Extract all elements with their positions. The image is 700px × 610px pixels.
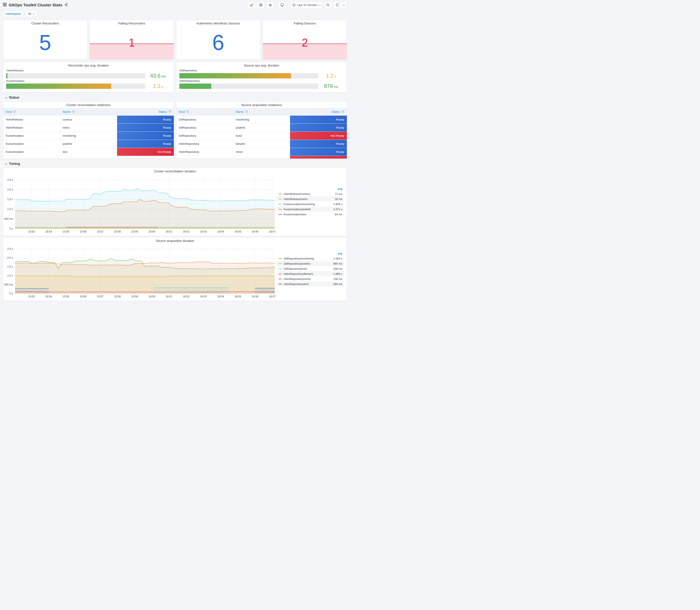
- section-header-timing[interactable]: Timing: [2, 160, 348, 167]
- svg-text:15:53: 15:53: [28, 295, 35, 298]
- legend-item[interactable]: GitRepository/podinfo980 ms: [277, 261, 344, 266]
- series-color-dash: [279, 214, 282, 215]
- dashboards-grid-icon: [3, 3, 6, 7]
- name-cell: bitnami: [233, 140, 290, 148]
- refresh-interval-dropdown[interactable]: [341, 2, 347, 8]
- settings-gear-button[interactable]: [266, 2, 274, 8]
- svg-text:16:00: 16:00: [149, 230, 155, 233]
- legend-item[interactable]: GitRepository/test2338 ms: [277, 266, 344, 271]
- legend-item[interactable]: Kustomization/monitoring1.605 s: [277, 202, 344, 207]
- variable-namespace-label[interactable]: namespace: [3, 11, 23, 17]
- filter-icon: [168, 111, 171, 113]
- kind-cell: HelmRelease: [3, 124, 60, 132]
- legend-item[interactable]: HelmRelease/minio16 ms: [277, 196, 344, 202]
- series-color-dash: [279, 209, 282, 210]
- legend-item[interactable]: Kustomization/test84 ms: [277, 212, 344, 217]
- legend-item[interactable]: GitRepository/monitoring1.594 s: [277, 256, 344, 261]
- legend-item[interactable]: HelmRepository/bitnami1.695 s: [277, 271, 344, 276]
- name-cell: monitoring: [60, 132, 117, 140]
- column-header-kind[interactable]: Kind: [3, 108, 60, 116]
- gauge-row-label: Kustomization: [6, 79, 171, 82]
- svg-text:0 s: 0 s: [9, 292, 13, 295]
- table-row: HelmRepositorybitnamiReady: [176, 140, 347, 148]
- name-cell: monitoring: [233, 116, 290, 124]
- kind-cell: Kustomization: [3, 140, 60, 148]
- chevron-down-icon: [33, 13, 34, 14]
- kind-cell: GitRepository: [176, 116, 233, 124]
- gauge-track: [179, 83, 319, 89]
- variable-namespace-value-dropdown[interactable]: All: [25, 11, 37, 17]
- svg-text:16:05: 16:05: [234, 295, 241, 298]
- panel-title: Cluster reconciliation duration: [3, 168, 347, 174]
- kind-cell: HelmRepository: [176, 140, 233, 148]
- chart-plot: 15:5315:5415:5515:5615:5715:5815:5916:00…: [3, 174, 277, 234]
- panel-title: Kubernetes Manifests Sources: [176, 20, 260, 26]
- column-header-status[interactable]: Status: [290, 108, 347, 116]
- panel-title: Failing Reconcilers: [90, 20, 174, 26]
- status-cell: Ready: [290, 140, 347, 148]
- stat-panel: Kubernetes Manifests Sources6: [176, 20, 261, 60]
- status-cell: Not Ready: [290, 132, 347, 140]
- filter-icon: [186, 111, 189, 113]
- chart-legend: avgHelmRelease/contour71 msHelmRelease/m…: [277, 187, 344, 217]
- save-dashboard-button[interactable]: [257, 2, 265, 8]
- svg-text:16:06: 16:06: [251, 295, 258, 298]
- legend-item[interactable]: HelmRelease/contour71 ms: [277, 191, 344, 196]
- time-range-picker[interactable]: Last 15 minutes: [290, 2, 322, 8]
- series-color-dash: [279, 263, 282, 264]
- table-row: KustomizationmonitoringReady: [3, 132, 174, 140]
- add-panel-button[interactable]: [248, 2, 256, 8]
- svg-text:16:04: 16:04: [217, 295, 224, 298]
- kind-cell: HelmRelease: [3, 116, 60, 124]
- bargauge-panel: Reconciler ops avg. durationHelmRelease4…: [3, 62, 174, 93]
- chevron-down-icon: [343, 3, 345, 6]
- name-cell: contour: [60, 116, 117, 124]
- status-cell: Ready: [117, 116, 174, 124]
- column-header-kind[interactable]: Kind: [176, 108, 233, 116]
- name-cell: minio: [233, 148, 290, 156]
- gauge-track: [6, 73, 145, 78]
- legend-item[interactable]: HelmRepository/test289 ms: [277, 282, 344, 287]
- kind-cell: Kustomization: [3, 148, 60, 156]
- svg-text:2.0 s: 2.0 s: [7, 256, 13, 259]
- column-header-name[interactable]: Name: [60, 108, 117, 116]
- svg-text:15:55: 15:55: [63, 230, 69, 233]
- svg-text:16:07: 16:07: [269, 230, 275, 233]
- filter-icon: [13, 111, 16, 113]
- series-color-dash: [279, 284, 282, 284]
- status-cell: Ready: [290, 116, 347, 124]
- kind-cell: Kustomization: [3, 132, 60, 140]
- column-header-name[interactable]: Name: [233, 108, 290, 116]
- filter-icon: [342, 111, 344, 113]
- svg-text:15:56: 15:56: [80, 295, 86, 298]
- svg-text:1.0 s: 1.0 s: [7, 208, 13, 211]
- kind-cell: HelmRepository: [176, 156, 233, 159]
- section-header-status[interactable]: Status: [2, 94, 348, 100]
- legend-item[interactable]: Kustomization/podinfo1.071 s: [277, 207, 344, 212]
- svg-text:15:57: 15:57: [97, 230, 103, 233]
- series-color-dash: [279, 194, 282, 194]
- svg-text:15:57: 15:57: [97, 295, 103, 298]
- tv-kiosk-button[interactable]: [278, 2, 286, 8]
- svg-text:16:01: 16:01: [166, 295, 172, 298]
- charts-column: Cluster reconciliation duration15:5315:5…: [2, 168, 348, 301]
- svg-text:500 ms: 500 ms: [4, 218, 13, 220]
- svg-text:0 s: 0 s: [9, 227, 13, 230]
- clock-icon: [292, 3, 296, 7]
- svg-text:16:02: 16:02: [183, 230, 190, 233]
- series-color-dash: [279, 204, 282, 205]
- bargauge-panel: Source ops avg. durationGitRepository1.2…: [176, 62, 347, 93]
- zoom-out-button[interactable]: [324, 2, 332, 8]
- status-cell: Not Ready: [117, 148, 174, 156]
- share-icon[interactable]: [64, 3, 68, 7]
- legend-avg-header: avg: [277, 187, 344, 191]
- refresh-button[interactable]: [333, 2, 341, 8]
- variables-row: namespace All: [0, 9, 350, 19]
- name-cell: podinfo: [60, 140, 117, 148]
- legend-item[interactable]: HelmRepository/minio108 ms: [277, 276, 344, 282]
- svg-text:16:03: 16:03: [200, 295, 207, 298]
- column-header-status[interactable]: Status: [117, 108, 174, 116]
- gauge-fill: [6, 83, 111, 89]
- status-cell: Ready: [117, 132, 174, 140]
- panel-title: Cluster reconciliation readiness: [3, 101, 174, 108]
